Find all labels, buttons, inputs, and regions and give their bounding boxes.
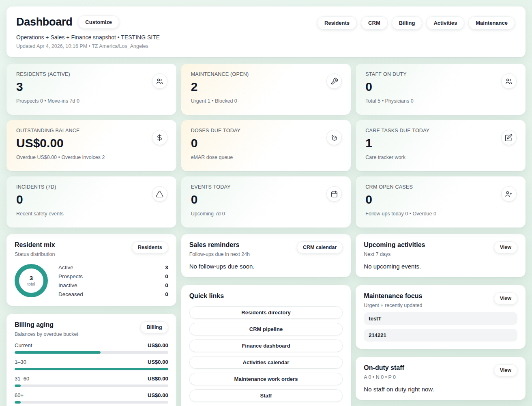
stat-sub: Follow-ups today 0 • Overdue 0: [365, 211, 516, 217]
maintenance-focus-view-button[interactable]: View: [494, 292, 517, 305]
stat-sub: Prospects 0 • Move-ins 7d 0: [16, 98, 167, 104]
upcoming-activities-view-button[interactable]: View: [494, 241, 517, 253]
quick-link-staff[interactable]: Staff: [189, 389, 343, 402]
maintenance-focus-item[interactable]: testT: [364, 312, 517, 325]
bucket-value: US$0.00: [148, 342, 168, 348]
on-duty-staff-view-button[interactable]: View: [494, 364, 517, 376]
bottom-column-3: Upcoming activities Next 7 days View No …: [356, 234, 526, 400]
stat-label: DOSES DUE TODAY: [191, 128, 341, 133]
legend-label: Inactive: [58, 282, 77, 288]
people-icon[interactable]: [501, 73, 517, 89]
stat-sub: eMAR dose queue: [191, 155, 341, 160]
quick-link-residents-directory[interactable]: Residents directory: [189, 306, 343, 319]
nav-residents-button[interactable]: Residents: [317, 16, 357, 30]
stat-sub: Overdue US$0.00 • Overdue invoices 2: [16, 155, 167, 160]
stat-card-outstanding-balance: OUTSTANDING BALANCE US$0.00 Overdue US$0…: [6, 120, 176, 171]
bucket-label: 31–60: [15, 376, 29, 382]
maintenance-focus-subtitle: Urgent + recently updated: [364, 303, 422, 308]
upcoming-activities-empty-text: No upcoming events.: [364, 263, 517, 270]
stat-sub: Upcoming 7d 0: [191, 211, 341, 217]
stat-value: 0: [191, 137, 341, 149]
nav-maintenance-button[interactable]: Maintenance: [468, 16, 515, 30]
resident-mix-donut-chart: 3 total: [15, 264, 48, 297]
nav-activities-button[interactable]: Activities: [426, 16, 464, 30]
resident-mix-card: Resident mix Status distribution Residen…: [6, 234, 176, 306]
sales-reminders-subtitle: Follow-ups due in next 24h: [189, 251, 250, 257]
quick-links-title: Quick links: [189, 292, 343, 300]
billing-bucket-60-plus: 60+ US$0.00: [15, 392, 168, 404]
people-icon[interactable]: [152, 73, 167, 89]
resident-mix-subtitle: Status distribution: [15, 251, 55, 257]
stat-label: RESIDENTS (ACTIVE): [16, 71, 167, 77]
stat-label: STAFF ON DUTY: [365, 71, 516, 77]
bucket-progress-fill: [15, 385, 21, 387]
billing-aging-subtitle: Balances by overdue bucket: [15, 331, 78, 337]
stat-card-care-tasks-due-today: CARE TASKS DUE TODAY 1 Care tracker work: [356, 120, 526, 171]
legend-label: Active: [58, 264, 73, 271]
stat-card-events-today: EVENTS TODAY 0 Upcoming 7d 0: [181, 176, 351, 228]
bottom-grid: Resident mix Status distribution Residen…: [6, 234, 526, 406]
legend-value: 0: [165, 282, 168, 288]
stat-label: CARE TASKS DUE TODAY: [365, 128, 516, 133]
stat-label: OUTSTANDING BALANCE: [16, 128, 167, 133]
on-duty-staff-titles: On-duty staff A 0 • N 0 • P 0: [364, 364, 404, 380]
stat-value: US$0.00: [16, 137, 167, 149]
stat-value: 3: [16, 81, 167, 93]
billing-aging-title: Billing aging: [15, 321, 78, 329]
resident-mix-titles: Resident mix Status distribution: [15, 241, 55, 257]
maintenance-focus-item[interactable]: 214221: [364, 329, 517, 342]
header-nav: Residents CRM Billing Activities Mainten…: [317, 15, 515, 30]
resident-mix-legend: Active 3 Prospects 0 Inactive 0 Deceas: [58, 263, 168, 299]
sales-reminders-head: Sales reminders Follow-ups due in next 2…: [189, 241, 343, 257]
legend-value: 3: [165, 264, 168, 271]
stats-grid: RESIDENTS (ACTIVE) 3 Prospects 0 • Move-…: [6, 64, 526, 228]
dollar-icon[interactable]: [152, 130, 167, 145]
quick-link-maintenance-work-orders[interactable]: Maintenance work orders: [189, 373, 343, 385]
header-left: Dashboard Customize Operations + Sales +…: [16, 15, 160, 49]
sales-reminders-titles: Sales reminders Follow-ups due in next 2…: [189, 241, 250, 257]
upcoming-activities-subtitle: Next 7 days: [364, 251, 425, 257]
on-duty-staff-subtitle: A 0 • N 0 • P 0: [364, 374, 404, 380]
task-edit-icon[interactable]: [501, 130, 517, 145]
upcoming-activities-title: Upcoming activities: [364, 241, 425, 249]
bucket-progress-bar: [15, 385, 168, 387]
nav-billing-button[interactable]: Billing: [392, 16, 423, 30]
crm-calendar-button[interactable]: CRM calendar: [297, 241, 343, 253]
maintenance-focus-head: Maintenance focus Urgent + recently upda…: [364, 292, 517, 308]
billing-bucket-current: Current US$0.00: [15, 342, 168, 354]
stat-card-doses-due-today: DOSES DUE TODAY 0 eMAR dose queue: [181, 120, 351, 171]
stat-sub: Urgent 1 • Blocked 0: [191, 98, 341, 104]
quick-link-finance-dashboard[interactable]: Finance dashboard: [189, 339, 343, 352]
stat-label: EVENTS TODAY: [191, 184, 341, 190]
bucket-value: US$0.00: [148, 359, 168, 365]
legend-row-prospects: Prospects 0: [58, 272, 168, 281]
legend-value: 0: [165, 291, 168, 297]
on-duty-staff-title: On-duty staff: [364, 364, 404, 372]
resident-mix-head: Resident mix Status distribution Residen…: [15, 241, 168, 257]
donut-total: 3: [30, 275, 33, 282]
bucket-label: 1–30: [15, 359, 26, 365]
legend-label: Deceased: [58, 291, 83, 297]
stat-value: 2: [191, 81, 341, 93]
billing-action-button[interactable]: Billing: [140, 321, 168, 333]
billing-aging-head: Billing aging Balances by overdue bucket…: [15, 321, 168, 337]
on-duty-staff-empty-text: No staff on duty right now.: [364, 386, 517, 393]
bucket-progress-fill: [15, 368, 168, 370]
upcoming-activities-head: Upcoming activities Next 7 days View: [364, 241, 517, 257]
billing-aging-titles: Billing aging Balances by overdue bucket: [15, 321, 78, 337]
user-plus-icon[interactable]: [501, 186, 517, 202]
quick-link-activities-calendar[interactable]: Activities calendar: [189, 356, 343, 369]
bucket-progress-bar: [15, 351, 168, 354]
stat-value: 0: [191, 193, 341, 206]
stat-label: MAINTENANCE (OPEN): [191, 71, 341, 77]
header-subtitle: Operations + Sales + Finance snapshot • …: [16, 34, 160, 41]
nav-crm-button[interactable]: CRM: [361, 16, 388, 30]
legend-row-inactive: Inactive 0: [58, 281, 168, 290]
warning-triangle-icon[interactable]: [152, 186, 167, 202]
quick-link-crm-pipeline[interactable]: CRM pipeline: [189, 323, 343, 335]
bucket-progress-bar: [15, 368, 168, 370]
residents-action-button[interactable]: Residents: [132, 241, 168, 253]
legend-row-active: Active 3: [58, 263, 168, 272]
upcoming-activities-titles: Upcoming activities Next 7 days: [364, 241, 425, 257]
customize-button[interactable]: Customize: [78, 15, 119, 29]
